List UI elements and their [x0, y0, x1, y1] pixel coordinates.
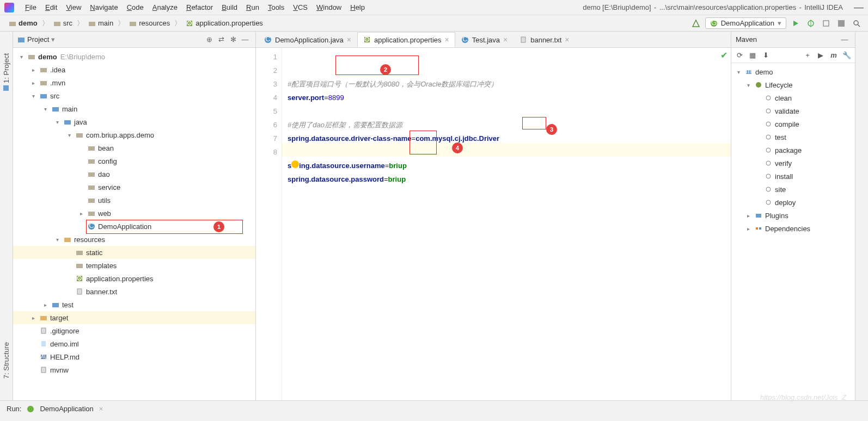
menu-window[interactable]: Window — [312, 3, 346, 11]
svg-text:C: C — [89, 222, 94, 230]
maven-site[interactable]: site — [731, 183, 855, 196]
tree-item-.idea[interactable]: ▸.idea — [13, 63, 255, 76]
breadcrumb-demo[interactable]: demo — [5, 19, 41, 27]
refresh-icon[interactable]: ⟳ — [733, 49, 745, 61]
maven-verify[interactable]: verify — [731, 157, 855, 170]
tab-DemoApplication.java[interactable]: CDemoApplication.java× — [258, 32, 357, 47]
hide-icon[interactable]: — — [239, 34, 251, 46]
menu-view[interactable]: View — [62, 3, 85, 11]
tree-item-dao[interactable]: dao — [13, 168, 255, 181]
breadcrumb-resources[interactable]: resources — [126, 19, 173, 27]
tree-item-demo[interactable]: ▾demoE:\Briup\demo — [13, 50, 255, 63]
maven-test[interactable]: test — [731, 131, 855, 144]
tree-item-target[interactable]: ▸target — [13, 311, 255, 324]
svg-rect-1 — [54, 22, 60, 26]
maven-validate[interactable]: validate — [731, 104, 855, 117]
tree-item-demo.iml[interactable]: demo.iml — [13, 337, 255, 350]
minimize-icon[interactable]: — — [854, 2, 864, 13]
maven-deploy[interactable]: deploy — [731, 196, 855, 209]
tree-item-utils[interactable]: utils — [13, 194, 255, 207]
tab-application.properties[interactable]: ⚙application.properties× — [357, 32, 455, 47]
menu-navigate[interactable]: Navigate — [85, 3, 122, 11]
wrench-icon[interactable]: 🔧 — [841, 49, 853, 61]
breadcrumb-src[interactable]: src — [50, 19, 76, 27]
svg-rect-21 — [76, 133, 83, 138]
tree-item-bean[interactable]: bean — [13, 141, 255, 154]
menu-tools[interactable]: Tools — [264, 3, 289, 11]
maven-clean[interactable]: clean — [731, 91, 855, 104]
menu-build[interactable]: Build — [217, 3, 242, 11]
tree-item-resources[interactable]: ▾resources — [13, 233, 255, 246]
search-icon[interactable] — [851, 17, 863, 29]
run-icon[interactable] — [790, 17, 802, 29]
tree-item-service[interactable]: service — [13, 181, 255, 194]
close-icon[interactable]: × — [503, 35, 508, 44]
coverage-icon[interactable] — [820, 17, 832, 29]
tree-item-templates[interactable]: templates — [13, 259, 255, 272]
maven-compile[interactable]: compile — [731, 117, 855, 131]
m-icon[interactable]: m — [828, 49, 840, 61]
tree-item-com.briup.apps.demo[interactable]: ▾com.briup.apps.demo — [13, 128, 255, 141]
project-tree[interactable]: ▾demoE:\Briup\demo▸.idea▸.mvn▾src▾main▾j… — [13, 48, 255, 400]
close-icon[interactable]: × — [565, 35, 569, 44]
tree-item-java[interactable]: ▾java — [13, 115, 255, 128]
svg-rect-19 — [52, 107, 59, 112]
maven-demo[interactable]: ▾mdemo — [731, 65, 855, 78]
menu-help[interactable]: Help — [346, 3, 369, 11]
tab-banner.txt[interactable]: banner.txt× — [514, 32, 575, 47]
build-icon[interactable] — [690, 17, 702, 29]
maven-hide-icon[interactable]: — — [839, 34, 851, 46]
menu-refactor[interactable]: Refactor — [182, 3, 217, 11]
generate-icon[interactable]: ▦ — [747, 49, 759, 61]
tab-Test.java[interactable]: CTest.java× — [455, 32, 514, 47]
menu-code[interactable]: Code — [123, 3, 148, 11]
expand-icon[interactable]: ⇄ — [215, 34, 227, 46]
locate-icon[interactable]: ⊕ — [203, 34, 215, 46]
close-icon[interactable]: × — [445, 35, 449, 44]
menu-run[interactable]: Run — [242, 3, 264, 11]
maven-Dependencies[interactable]: ▸Dependencies — [731, 222, 855, 235]
settings-icon[interactable]: ✻ — [227, 34, 239, 46]
svg-point-53 — [766, 96, 771, 100]
tree-item-HELP.md[interactable]: MDHELP.md — [13, 350, 255, 363]
debug-icon[interactable] — [805, 17, 817, 29]
menu-analyze[interactable]: Analyze — [148, 3, 182, 11]
stop-icon[interactable] — [835, 17, 847, 29]
breadcrumb-main[interactable]: main — [85, 19, 117, 27]
maven-Lifecycle[interactable]: ▾Lifecycle — [731, 78, 855, 91]
tree-item-src[interactable]: ▾src — [13, 89, 255, 102]
menu-file[interactable]: File — [21, 3, 41, 11]
tree-item-web[interactable]: ▸web — [13, 207, 255, 220]
close-icon[interactable]: × — [347, 35, 351, 44]
maven-tree[interactable]: ▾mdemo▾Lifecyclecleanvalidatecompiletest… — [731, 63, 855, 400]
menu-bar: FileEditViewNavigateCodeAnalyzeRefactorB… — [0, 0, 868, 15]
add-icon[interactable]: + — [802, 49, 814, 61]
tree-item-.mvn[interactable]: ▸.mvn — [13, 76, 255, 89]
tree-item-static[interactable]: static — [13, 246, 255, 259]
tree-item-.gitignore[interactable]: .gitignore — [13, 324, 255, 337]
svg-point-58 — [766, 161, 771, 165]
project-tool-tab[interactable]: 1: Project — [2, 53, 10, 91]
editor-body[interactable]: ✔ 12345678 #配置项目端口号（一般默认为8080，会与Oracle数据… — [256, 48, 731, 400]
tree-item-main[interactable]: ▾main — [13, 102, 255, 115]
code-content[interactable]: #配置项目端口号（一般默认为8080，会与Oracle数据库端口冲突） serv… — [282, 48, 731, 400]
tree-item-test[interactable]: ▸test — [13, 298, 255, 311]
menu-vcs[interactable]: VCS — [289, 3, 312, 11]
tree-item-banner.txt[interactable]: banner.txt — [13, 285, 255, 298]
run-config-combo[interactable]: G DemoApplication ▾ — [705, 17, 786, 29]
project-panel-header: Project ▾ ⊕ ⇄ ✻ — — [13, 32, 255, 48]
maven-package[interactable]: package — [731, 144, 855, 157]
run-maven-icon[interactable]: ▶ — [815, 49, 827, 61]
breadcrumb-application.properties[interactable]: ⚙application.properties — [182, 19, 266, 27]
structure-tool-tab[interactable]: 7: Structure — [2, 342, 10, 379]
tree-item-application.properties[interactable]: ⚙application.properties — [13, 272, 255, 285]
svg-point-55 — [766, 122, 771, 126]
tree-item-config[interactable]: config — [13, 154, 255, 168]
maven-install[interactable]: install — [731, 170, 855, 183]
menu-edit[interactable]: Edit — [41, 3, 62, 11]
bulb-icon[interactable] — [291, 160, 299, 168]
run-config-label[interactable]: DemoApplication — [40, 405, 93, 413]
tree-item-mvnw[interactable]: mvnw — [13, 363, 255, 376]
maven-Plugins[interactable]: ▸Plugins — [731, 209, 855, 222]
download-icon[interactable]: ⬇ — [760, 49, 772, 61]
